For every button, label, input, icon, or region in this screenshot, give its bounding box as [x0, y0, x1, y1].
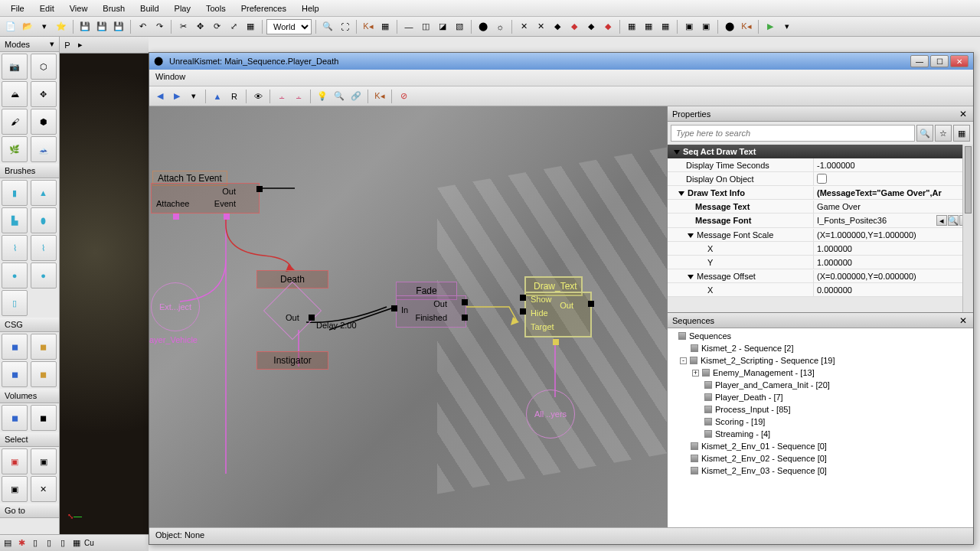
filter-icon[interactable]: ▦: [953, 125, 970, 142]
actor2-icon[interactable]: ▦: [641, 19, 656, 34]
viewport-realtime-icon[interactable]: P: [61, 39, 74, 51]
menu-edit[interactable]: Edit: [32, 2, 62, 15]
back-icon[interactable]: ◀: [152, 89, 168, 104]
delete-icon[interactable]: ⊘: [396, 89, 411, 104]
foliage-mode-button[interactable]: 🌿: [2, 136, 28, 162]
menu-help[interactable]: Help: [294, 2, 327, 15]
forward-icon[interactable]: ▶: [169, 89, 185, 104]
log-icon[interactable]: ▤: [2, 537, 14, 549]
tree-item[interactable]: Kismet_2_Env_03 - Sequence [0]: [669, 465, 972, 477]
sync-icon[interactable]: ✱: [15, 537, 28, 549]
volume-add-button[interactable]: ◼: [2, 405, 28, 431]
prop-msg-font-value[interactable]: I_Fonts_Positec36◂🔍▯: [813, 214, 973, 227]
volume-brush-button[interactable]: ▯: [2, 290, 28, 316]
build-all-icon[interactable]: ◆: [600, 19, 616, 34]
obj-all-players[interactable]: All ..yers: [526, 390, 575, 439]
actor-icon[interactable]: ▦: [624, 19, 639, 34]
zoom-fit-icon[interactable]: 💡: [315, 89, 330, 104]
history-icon[interactable]: ▾: [186, 89, 201, 104]
node-attach-event[interactable]: Attachee Event Out: [151, 183, 260, 214]
tree-item[interactable]: Player_Death - [7]: [669, 391, 972, 403]
brush-wireframe-icon[interactable]: ▧: [452, 19, 467, 34]
font-browse-icon[interactable]: ◂: [936, 215, 947, 226]
prop-y-value[interactable]: 1.000000▴▾: [813, 256, 973, 269]
open-icon[interactable]: 📂: [20, 19, 35, 34]
play-dropdown-icon[interactable]: ▾: [779, 19, 795, 34]
fullscreen-icon[interactable]: ⛶: [337, 19, 352, 34]
align-left-icon[interactable]: ⫠: [274, 89, 289, 104]
up-icon[interactable]: ▲: [210, 89, 225, 104]
menu-view[interactable]: View: [62, 2, 96, 15]
menu-build[interactable]: Build: [132, 2, 166, 15]
cube-brush-button[interactable]: ▮: [2, 180, 28, 206]
actor3-icon[interactable]: ▦: [658, 19, 673, 34]
port-attachee-pin[interactable]: [173, 214, 179, 220]
port-finished-pin[interactable]: [462, 315, 468, 321]
coord-space-select[interactable]: World: [266, 19, 312, 34]
tree-item[interactable]: Scoring - [19]: [669, 416, 972, 428]
build-paths-icon[interactable]: ◆: [583, 19, 599, 34]
mesh-mode-button[interactable]: ⬢: [31, 109, 57, 135]
linear-brush-button[interactable]: ⌇: [31, 235, 57, 261]
paint-mode-button[interactable]: 🖌: [2, 109, 28, 135]
align-right-icon[interactable]: ⫠: [291, 89, 306, 104]
tree-item[interactable]: Player_and_Camera_Init - [20]: [669, 379, 972, 391]
camera-mode-button[interactable]: 📷: [2, 54, 28, 80]
obj-ext-ject[interactable]: Ext...ject: [151, 282, 200, 331]
build-lighting-icon[interactable]: ◆: [567, 19, 582, 34]
tree-item[interactable]: -Kismet_2_Scripting - Sequence [19]: [669, 354, 972, 367]
sphere-brush-button[interactable]: ●: [2, 262, 28, 289]
menu-preferences[interactable]: Preferences: [234, 2, 294, 15]
play-icon[interactable]: ▶: [763, 19, 778, 34]
snap2-icon[interactable]: ▯: [43, 537, 55, 549]
landscape-mode-button[interactable]: 🗻: [31, 136, 57, 162]
geometry-mode-button[interactable]: ⬡: [31, 54, 57, 80]
props-scrollbar[interactable]: [962, 145, 973, 312]
translate-mode-button[interactable]: ✥: [31, 81, 57, 107]
tree-item[interactable]: Process_Input - [85]: [669, 403, 972, 416]
package2-icon[interactable]: ▣: [698, 19, 714, 34]
cut-icon[interactable]: ✂: [175, 19, 191, 34]
search-icon[interactable]: 🔍: [320, 19, 335, 34]
csg-deintersect-button[interactable]: ◼: [31, 361, 57, 387]
csg-subtract-button[interactable]: ◼: [31, 334, 57, 360]
fav-icon[interactable]: ☆: [935, 125, 952, 142]
properties-close-icon[interactable]: ✕: [958, 109, 969, 119]
tree-item[interactable]: +Enemy_Management - [13]: [669, 367, 972, 379]
port-hide-pin[interactable]: [520, 308, 526, 315]
modes-dropdown-icon[interactable]: ▾: [50, 39, 54, 49]
rotate-icon[interactable]: ⟳: [209, 19, 224, 34]
favorite-icon[interactable]: ⭐: [54, 19, 69, 34]
node-draw-text-body[interactable]: Show Hide Target Out: [524, 292, 592, 337]
new-icon[interactable]: 📄: [3, 19, 18, 34]
close-button[interactable]: ✕: [950, 55, 969, 67]
kismet-titlebar[interactable]: ⬤ UnrealKismet: Main_Sequence.Player_Dea…: [149, 53, 973, 70]
prop-msg-scale-label[interactable]: Message Font Scale: [668, 229, 813, 241]
content-browser-icon[interactable]: ▦: [377, 19, 393, 34]
tree-item[interactable]: Kismet_2 - Sequence [2]: [669, 342, 972, 354]
search-go-icon[interactable]: 🔍: [916, 125, 933, 142]
open-kismet-icon[interactable]: K◂: [372, 89, 387, 104]
viewport-content[interactable]: ⤡—: [60, 54, 149, 551]
port-target-pin[interactable]: [553, 339, 559, 345]
kismet-icon[interactable]: K◂: [361, 19, 376, 34]
move-icon[interactable]: ✥: [192, 19, 207, 34]
snap1-icon[interactable]: ▯: [29, 537, 41, 549]
prop-draw-info-label[interactable]: Draw Text Info: [668, 187, 813, 199]
scale-icon[interactable]: ⤢: [226, 19, 241, 34]
grid-icon[interactable]: ▦: [70, 537, 83, 549]
tree-item[interactable]: Kismet_2_Env_01 - Sequence [0]: [669, 440, 972, 452]
port-out-pin-3[interactable]: [462, 299, 468, 305]
prop-msg-offset-label[interactable]: Message Offset: [668, 270, 813, 282]
csg-add-button[interactable]: ◼: [2, 334, 28, 360]
death-diamond[interactable]: [263, 282, 322, 340]
select-none-button[interactable]: ▣: [31, 448, 57, 474]
paths2-icon[interactable]: ✕: [533, 19, 548, 34]
menu-brush[interactable]: Brush: [95, 2, 132, 15]
prop-x2-value[interactable]: 0.000000▴▾: [813, 283, 973, 296]
prop-display-obj-checkbox[interactable]: [817, 174, 827, 184]
prop-msg-text-value[interactable]: Game Over: [813, 201, 973, 213]
port-out-pin-4[interactable]: [588, 301, 594, 307]
csg-intersect-button[interactable]: ◼: [2, 361, 28, 387]
select-all-button[interactable]: ▣: [2, 448, 28, 474]
